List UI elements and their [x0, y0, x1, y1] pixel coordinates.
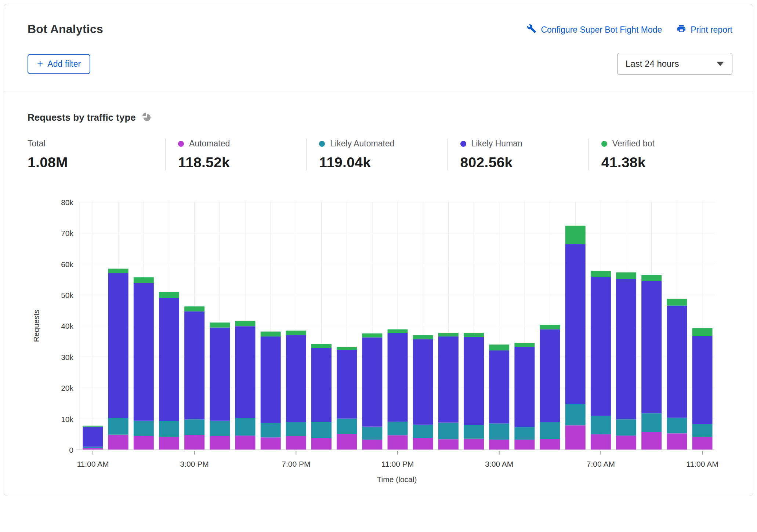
- bar-segment-automated[interactable]: [692, 437, 713, 450]
- bar-segment-likely-human[interactable]: [286, 335, 306, 422]
- bar-segment-likely-automated[interactable]: [641, 413, 662, 432]
- bar-segment-likely-automated[interactable]: [134, 421, 154, 436]
- bar-segment-likely-automated[interactable]: [159, 421, 179, 437]
- bar-segment-automated[interactable]: [261, 437, 281, 450]
- bar-segment-automated[interactable]: [438, 439, 459, 450]
- bar-segment-likely-automated[interactable]: [514, 427, 535, 440]
- bar-segment-automated[interactable]: [489, 440, 509, 450]
- time-range-dropdown[interactable]: Last 24 hours: [617, 53, 732, 75]
- bar-segment-likely-human[interactable]: [108, 273, 128, 418]
- bar-segment-likely-automated[interactable]: [438, 423, 459, 440]
- bar-segment-verified-bot[interactable]: [464, 333, 484, 337]
- bar-segment-likely-human[interactable]: [438, 336, 459, 423]
- bar-segment-verified-bot[interactable]: [286, 331, 306, 335]
- bar-segment-likely-human[interactable]: [261, 336, 281, 423]
- bar-segment-likely-automated[interactable]: [362, 427, 382, 440]
- configure-super-bot-fight-mode-link[interactable]: Configure Super Bot Fight Mode: [527, 24, 662, 36]
- bar-segment-likely-automated[interactable]: [235, 418, 256, 436]
- bar-segment-automated[interactable]: [235, 436, 256, 450]
- print-report-link[interactable]: Print report: [677, 24, 732, 36]
- bar-segment-verified-bot[interactable]: [184, 306, 204, 311]
- bar-segment-verified-bot[interactable]: [134, 277, 154, 283]
- bar-segment-verified-bot[interactable]: [83, 426, 103, 427]
- bar-segment-likely-human[interactable]: [337, 350, 357, 418]
- bar-segment-automated[interactable]: [591, 434, 611, 450]
- bar-segment-likely-human[interactable]: [159, 298, 179, 421]
- bar-segment-likely-automated[interactable]: [616, 419, 636, 436]
- bar-segment-likely-human[interactable]: [591, 277, 611, 416]
- bar-segment-likely-automated[interactable]: [388, 422, 408, 435]
- bar-segment-automated[interactable]: [413, 438, 433, 450]
- bar-segment-automated[interactable]: [616, 436, 636, 450]
- bar-segment-likely-human[interactable]: [210, 328, 230, 421]
- bar-segment-likely-human[interactable]: [134, 283, 154, 421]
- bar-segment-likely-human[interactable]: [667, 306, 687, 418]
- bar-segment-likely-automated[interactable]: [337, 419, 357, 434]
- bar-segment-likely-human[interactable]: [413, 339, 433, 425]
- bar-segment-likely-automated[interactable]: [565, 404, 586, 425]
- bar-segment-automated[interactable]: [184, 435, 204, 450]
- bar-segment-verified-bot[interactable]: [159, 292, 179, 298]
- bar-segment-likely-automated[interactable]: [591, 416, 611, 434]
- bar-segment-likely-human[interactable]: [235, 326, 256, 418]
- bar-segment-verified-bot[interactable]: [235, 321, 256, 326]
- bar-segment-likely-human[interactable]: [692, 336, 713, 424]
- bar-segment-likely-human[interactable]: [641, 281, 662, 413]
- bar-segment-verified-bot[interactable]: [210, 323, 230, 328]
- bar-segment-verified-bot[interactable]: [667, 299, 687, 306]
- bar-segment-likely-human[interactable]: [616, 279, 636, 419]
- bar-segment-verified-bot[interactable]: [438, 333, 459, 336]
- bar-segment-automated[interactable]: [388, 435, 408, 450]
- bar-segment-automated[interactable]: [337, 434, 357, 450]
- bar-segment-verified-bot[interactable]: [616, 272, 636, 279]
- bar-segment-automated[interactable]: [667, 433, 687, 450]
- bar-segment-automated[interactable]: [108, 435, 128, 450]
- bar-segment-likely-human[interactable]: [311, 348, 332, 422]
- bar-segment-likely-human[interactable]: [514, 347, 535, 427]
- bar-segment-verified-bot[interactable]: [540, 325, 560, 329]
- add-filter-button[interactable]: + Add filter: [28, 54, 90, 74]
- bar-segment-verified-bot[interactable]: [108, 269, 128, 273]
- bar-segment-likely-human[interactable]: [184, 311, 204, 420]
- bar-segment-automated[interactable]: [464, 439, 484, 450]
- bar-segment-likely-automated[interactable]: [108, 418, 128, 435]
- bar-segment-automated[interactable]: [286, 436, 306, 450]
- bar-segment-likely-human[interactable]: [464, 337, 484, 425]
- bar-segment-verified-bot[interactable]: [692, 328, 713, 336]
- bar-segment-likely-automated[interactable]: [540, 422, 560, 439]
- bar-segment-automated[interactable]: [540, 439, 560, 450]
- bar-segment-likely-automated[interactable]: [184, 419, 204, 435]
- bar-segment-verified-bot[interactable]: [565, 226, 586, 244]
- bar-segment-likely-automated[interactable]: [667, 418, 687, 433]
- bar-segment-automated[interactable]: [641, 432, 662, 450]
- bar-segment-likely-automated[interactable]: [692, 424, 713, 437]
- bar-segment-likely-human[interactable]: [388, 333, 408, 422]
- bar-segment-verified-bot[interactable]: [337, 347, 357, 350]
- bar-segment-automated[interactable]: [514, 440, 535, 450]
- bar-segment-verified-bot[interactable]: [591, 271, 611, 277]
- bar-segment-likely-automated[interactable]: [261, 423, 281, 438]
- bar-segment-likely-automated[interactable]: [489, 423, 509, 440]
- bar-segment-automated[interactable]: [362, 440, 382, 450]
- bar-segment-likely-human[interactable]: [489, 350, 509, 423]
- bar-segment-verified-bot[interactable]: [362, 334, 382, 338]
- bar-segment-verified-bot[interactable]: [641, 275, 662, 281]
- bar-segment-likely-human[interactable]: [83, 427, 103, 447]
- bar-segment-likely-automated[interactable]: [83, 447, 103, 448]
- bar-segment-automated[interactable]: [134, 436, 154, 450]
- bar-segment-likely-human[interactable]: [362, 338, 382, 427]
- bar-segment-automated[interactable]: [159, 437, 179, 450]
- bar-segment-likely-automated[interactable]: [286, 422, 306, 436]
- bar-segment-verified-bot[interactable]: [388, 329, 408, 333]
- bar-segment-likely-automated[interactable]: [413, 425, 433, 438]
- bar-segment-likely-automated[interactable]: [311, 422, 332, 438]
- bar-segment-likely-human[interactable]: [565, 244, 586, 404]
- bar-segment-verified-bot[interactable]: [489, 345, 509, 350]
- bar-segment-automated[interactable]: [565, 425, 586, 450]
- bar-segment-likely-automated[interactable]: [464, 425, 484, 438]
- bar-segment-likely-human[interactable]: [540, 329, 560, 422]
- bar-segment-verified-bot[interactable]: [261, 332, 281, 337]
- bar-segment-verified-bot[interactable]: [311, 344, 332, 348]
- bar-segment-automated[interactable]: [210, 436, 230, 450]
- bar-segment-verified-bot[interactable]: [514, 343, 535, 347]
